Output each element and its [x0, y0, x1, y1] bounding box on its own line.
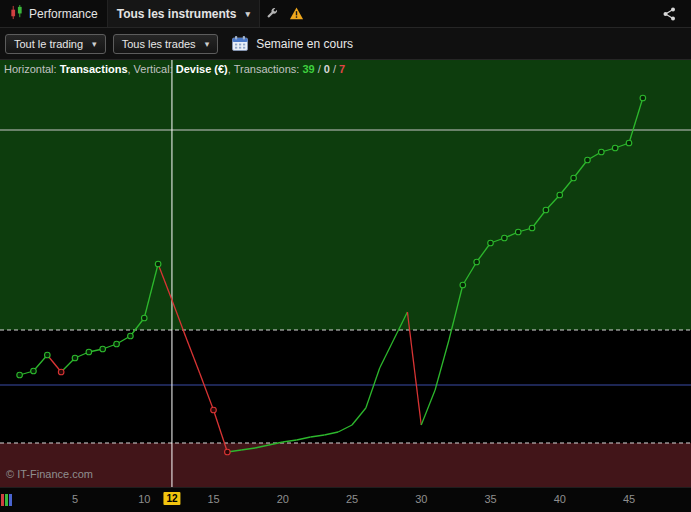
trade-marker [17, 372, 23, 378]
trade-marker [86, 349, 92, 355]
horizontal-axis-label: Horizontal: [4, 63, 60, 75]
losses-count: 7 [339, 63, 345, 75]
trade-marker [211, 407, 217, 413]
transactions-count-label: , Transactions: [228, 63, 303, 75]
equity-curve-chart-canvas[interactable] [0, 60, 691, 487]
loss-zone [0, 443, 691, 487]
horizontal-axis-value: Transactions [60, 63, 128, 75]
trade-marker [128, 333, 134, 339]
x-tick-label: 10 [138, 493, 150, 505]
equity-curve-segment [366, 368, 380, 408]
x-tick-label: 15 [207, 493, 219, 505]
trade-marker [225, 449, 231, 455]
instruments-dropdown[interactable]: Tous les instruments ▾ [108, 0, 260, 27]
instruments-dropdown-label: Tous les instruments [117, 7, 237, 21]
wins-count: 39 [302, 63, 314, 75]
trade-marker [585, 157, 591, 163]
trade-marker [31, 368, 37, 374]
site-logo-icon [1, 494, 12, 506]
equity-curve-segment [352, 408, 366, 425]
share-icon[interactable] [657, 0, 681, 27]
count-separator: / [330, 63, 339, 75]
chart-area: Horizontal: Transactions, Vertical: Devi… [0, 60, 691, 487]
tab-performance[interactable]: Performance [0, 0, 108, 27]
trade-marker [141, 315, 147, 321]
calendar-icon[interactable] [231, 35, 249, 52]
period-label: Semaine en cours [256, 37, 353, 51]
x-tick-label: 40 [554, 493, 566, 505]
trade-marker [155, 261, 161, 267]
equity-curve-segment [435, 340, 449, 390]
trade-marker [45, 352, 51, 358]
equity-curve-segment [338, 425, 352, 432]
chevron-down-icon: ▾ [246, 9, 251, 19]
x-tick-label: 5 [72, 493, 78, 505]
performance-tab-label: Performance [29, 7, 98, 21]
equity-curve-segment [200, 373, 214, 410]
candlestick-chart-icon [9, 5, 24, 23]
trade-marker [626, 140, 632, 146]
equity-curve-segment [380, 340, 394, 368]
trading-scope-label: Tout le trading [14, 38, 83, 50]
equity-curve-segment [421, 390, 435, 425]
trade-marker [100, 346, 106, 352]
trade-marker [58, 369, 64, 375]
vertical-axis-label: , Vertical: [128, 63, 176, 75]
settings-wrench-icon[interactable] [260, 0, 284, 27]
trading-performance-window: { "toolbar": { "performance_label": "Per… [0, 0, 691, 512]
trade-marker [599, 149, 605, 155]
x-tick-label: 25 [346, 493, 358, 505]
chart-header: Horizontal: Transactions, Vertical: Devi… [4, 63, 345, 75]
trade-marker [571, 175, 577, 181]
trade-marker [502, 235, 508, 241]
count-separator: / [315, 63, 324, 75]
trade-marker [515, 229, 521, 235]
x-tick-label: 20 [277, 493, 289, 505]
equity-curve-segment [186, 337, 200, 373]
trade-marker [460, 282, 466, 288]
x-axis-strip: 5101520253035404512 [0, 487, 691, 512]
equity-curve-segment [324, 432, 338, 435]
trade-marker [529, 225, 535, 231]
trade-marker [114, 341, 120, 347]
copyright-watermark: © IT-Finance.com [6, 468, 93, 480]
profit-zone [0, 60, 691, 330]
chevron-down-icon: ▾ [92, 39, 97, 49]
trade-marker [640, 95, 646, 101]
warning-icon[interactable] [284, 0, 308, 27]
top-toolbar: Performance Tous les instruments ▾ [0, 0, 691, 28]
x-tick-label: 45 [623, 493, 635, 505]
x-tick-label: 30 [415, 493, 427, 505]
trades-filter-label: Tous les trades [122, 38, 196, 50]
x-tick-label: 35 [484, 493, 496, 505]
trade-marker [612, 145, 618, 151]
trade-marker [474, 259, 480, 265]
equity-curve-segment [283, 440, 297, 442]
trade-marker [488, 240, 494, 246]
vertical-axis-value: Devise (€) [176, 63, 228, 75]
trade-marker [72, 355, 78, 361]
trade-marker [557, 192, 563, 198]
trading-scope-dropdown[interactable]: Tout le trading ▾ [5, 34, 106, 54]
chevron-down-icon: ▾ [205, 39, 210, 49]
trade-marker [543, 207, 549, 213]
filter-toolbar: Tout le trading ▾ Tous les trades ▾ Sema… [0, 28, 691, 60]
trades-filter-dropdown[interactable]: Tous les trades ▾ [113, 34, 219, 54]
equity-curve-segment [310, 435, 324, 437]
equity-curve-segment [297, 437, 311, 440]
crosshair-x-value-badge: 12 [163, 492, 180, 505]
